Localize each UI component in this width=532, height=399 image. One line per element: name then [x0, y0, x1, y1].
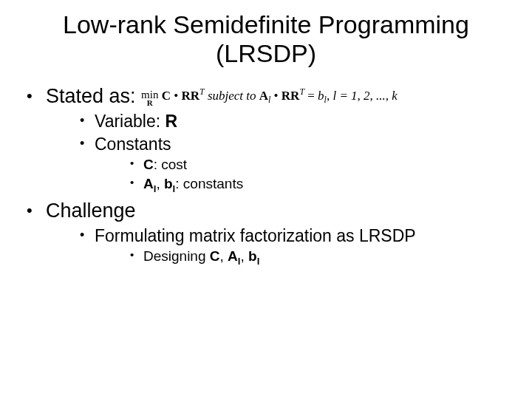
variable-label: Variable:	[95, 112, 165, 131]
formula-T-2: T	[299, 86, 304, 97]
bullet-constants: Constants C: cost Al, bl: constants	[75, 134, 505, 193]
bullet-list-lvl1: Stated as: min R C • RRT subject to Al •…	[27, 84, 505, 265]
formula-l-range: l = 1, 2, ..., k	[332, 89, 398, 103]
formula-T-1: T	[200, 86, 205, 97]
bullet-list-lvl2-a: Variable: R Constants C: cost Al, bl: co…	[75, 111, 505, 193]
formulating-text: Formulating matrix factorization as LRSD…	[95, 226, 416, 245]
bullet-variable: Variable: R	[75, 111, 505, 132]
challenge-label: Challenge	[46, 200, 136, 222]
designing-sep1: ,	[220, 248, 228, 264]
stated-as-text: Stated as:	[46, 85, 136, 107]
bullet-challenge: Challenge Formulating matrix factorizati…	[27, 199, 505, 265]
lrsdp-formula: min R C • RRT subject to Al • RRT = bl, …	[141, 89, 398, 103]
bullet-al-bl-constants: Al, bl: constants	[124, 175, 505, 193]
bullet-list-lvl3-b: Designing C, Al, bl	[124, 248, 505, 265]
cost-C: C	[143, 157, 154, 172]
bullet-list-lvl3-a: C: cost Al, bl: constants	[124, 156, 505, 193]
slide: Low-rank Semidefinite Programming (LRSDP…	[0, 0, 532, 399]
constants-label: Constants	[95, 134, 171, 154]
designing-sep2: ,	[241, 248, 249, 264]
const-A: A	[143, 176, 154, 191]
bullet-list-lvl2-b: Formulating matrix factorization as LRSD…	[75, 225, 505, 266]
formula-RR-1: RR	[181, 89, 200, 103]
designing-A: A	[228, 248, 238, 264]
cost-text: : cost	[154, 157, 187, 172]
const-b: b	[164, 176, 173, 191]
formula-dot-2: •	[270, 89, 281, 103]
formula-A: A	[259, 89, 268, 103]
const-text: : constants	[175, 176, 243, 191]
formula-eq: =	[304, 89, 318, 103]
const-sep: ,	[156, 176, 164, 191]
designing-pre: Designing	[143, 248, 210, 264]
designing-b: b	[248, 248, 257, 264]
formula-C: C	[162, 89, 171, 103]
slide-title: Low-rank Semidefinite Programming (LRSDP…	[27, 10, 505, 68]
bullet-designing: Designing C, Al, bl	[124, 248, 505, 265]
designing-C: C	[210, 248, 220, 264]
formula-RR-2: RR	[282, 89, 300, 103]
designing-b-sub-l: l	[257, 256, 260, 267]
formula-dot-1: •	[171, 89, 181, 103]
variable-R: R	[165, 112, 177, 131]
bullet-stated-as: Stated as: min R C • RRT subject to Al •…	[27, 84, 505, 193]
min-over-R: min R	[141, 90, 158, 107]
formula-b: b	[318, 89, 324, 103]
min-subscript-R: R	[141, 100, 158, 107]
bullet-formulating: Formulating matrix factorization as LRSD…	[75, 225, 505, 266]
formula-subject-to: subject to	[205, 89, 259, 103]
bullet-c-cost: C: cost	[124, 156, 505, 174]
